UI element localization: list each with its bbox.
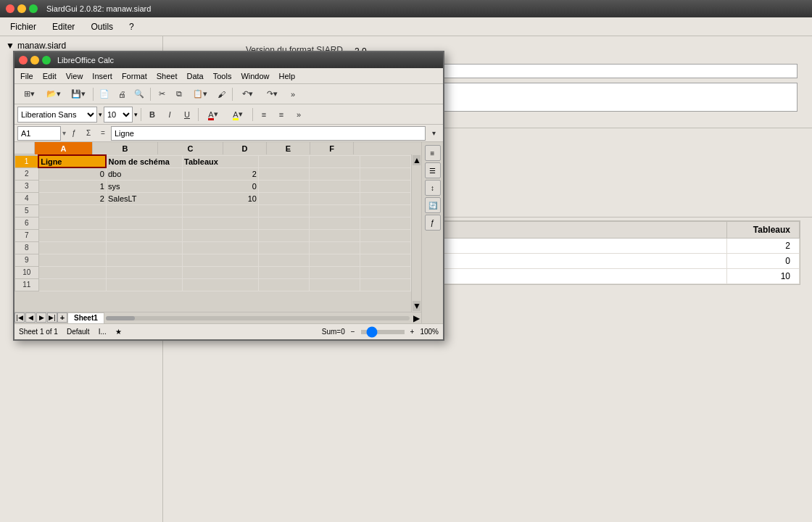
cell-a9[interactable] xyxy=(38,254,106,266)
properties-button[interactable]: ☰ xyxy=(425,162,441,178)
cell-b6[interactable] xyxy=(106,217,182,229)
cell-a2[interactable]: 0 xyxy=(38,167,106,180)
cell-c9[interactable] xyxy=(182,254,258,266)
format-button[interactable]: 🖌 xyxy=(213,86,229,102)
last-sheet-button[interactable]: ▶| xyxy=(47,312,57,323)
cell-c10[interactable] xyxy=(182,266,258,278)
calc-minimize-button[interactable] xyxy=(30,56,39,65)
h-scroll-thumb[interactable] xyxy=(106,316,135,320)
cell-c8[interactable] xyxy=(182,241,258,254)
menu-outils[interactable]: Outils xyxy=(83,20,120,34)
cell-a5[interactable] xyxy=(38,204,106,217)
cell-d9[interactable] xyxy=(258,254,309,266)
save-button[interactable]: 💾▾ xyxy=(67,86,90,102)
maximize-button[interactable] xyxy=(29,4,38,13)
size-selector[interactable]: 10 xyxy=(104,107,133,123)
calc-menu-file[interactable]: File xyxy=(16,70,38,82)
more-button[interactable]: » xyxy=(285,86,301,102)
underline-button[interactable]: U xyxy=(179,107,195,123)
cell-a4[interactable]: 2 xyxy=(38,192,106,204)
col-header-c[interactable]: C xyxy=(158,142,223,154)
cell-b5[interactable] xyxy=(106,204,182,217)
cell-e9[interactable] xyxy=(309,254,360,266)
cell-f3[interactable] xyxy=(360,180,410,192)
cell-a10[interactable] xyxy=(38,266,106,278)
cell-b7[interactable] xyxy=(106,229,182,241)
styles-button[interactable]: ↕ xyxy=(425,180,441,196)
col-header-a[interactable]: A xyxy=(35,142,93,154)
cell-f1[interactable] xyxy=(360,155,410,167)
align-center-button[interactable]: ≡ xyxy=(273,107,289,123)
menu-editer[interactable]: Editer xyxy=(45,20,82,34)
calc-menu-tools[interactable]: Tools xyxy=(209,70,236,82)
cell-c5[interactable] xyxy=(182,204,258,217)
cell-e3[interactable] xyxy=(309,180,360,192)
cell-b4[interactable]: SalesLT xyxy=(106,192,182,204)
cell-b8[interactable] xyxy=(106,241,182,254)
cell-f11[interactable] xyxy=(360,278,410,291)
sheet-tab-1[interactable]: Sheet1 xyxy=(67,312,104,323)
calc-menu-data[interactable]: Data xyxy=(182,70,207,82)
bold-button[interactable]: B xyxy=(144,107,160,123)
cut-button[interactable]: ✂ xyxy=(154,86,170,102)
cell-f5[interactable] xyxy=(360,204,410,217)
cell-d3[interactable] xyxy=(258,180,309,192)
plus-zoom[interactable]: + xyxy=(410,328,415,336)
cell-b9[interactable] xyxy=(106,254,182,266)
cell-a8[interactable] xyxy=(38,241,106,254)
cell-e10[interactable] xyxy=(309,266,360,278)
cell-b2[interactable]: dbo xyxy=(106,167,182,180)
cell-d10[interactable] xyxy=(258,266,309,278)
more-format-button[interactable]: » xyxy=(291,107,307,123)
print-button[interactable]: 🖨 xyxy=(114,86,130,102)
undo-button[interactable]: ↶▾ xyxy=(236,86,259,102)
cell-d5[interactable] xyxy=(258,204,309,217)
cell-f10[interactable] xyxy=(360,266,410,278)
close-button[interactable] xyxy=(6,4,14,13)
first-sheet-button[interactable]: |◀ xyxy=(14,312,25,323)
cell-e7[interactable] xyxy=(309,229,360,241)
redo-button[interactable]: ↷▾ xyxy=(260,86,283,102)
col-header-f[interactable]: F xyxy=(310,142,354,154)
horizontal-scrollbar[interactable] xyxy=(104,312,411,323)
calc-maximize-button[interactable] xyxy=(42,56,51,65)
calc-menu-sheet[interactable]: Sheet xyxy=(152,70,182,82)
col-header-d[interactable]: D xyxy=(223,142,267,154)
copy-button[interactable]: ⧉ xyxy=(171,86,187,102)
scroll-track[interactable] xyxy=(412,166,421,300)
cell-f2[interactable] xyxy=(360,167,410,180)
calc-menu-help[interactable]: Help xyxy=(275,70,300,82)
new-doc-button[interactable]: ⊞▾ xyxy=(17,86,41,102)
menu-fichier[interactable]: Fichier xyxy=(3,20,44,34)
cell-e5[interactable] xyxy=(309,204,360,217)
cell-f6[interactable] xyxy=(360,217,410,229)
cell-a7[interactable] xyxy=(38,229,106,241)
cell-d6[interactable] xyxy=(258,217,309,229)
highlight-button[interactable]: A▾ xyxy=(226,107,249,123)
sum-button[interactable]: Σ xyxy=(82,127,95,140)
formula-equals-button[interactable]: = xyxy=(96,127,109,140)
cell-d1[interactable] xyxy=(258,155,309,167)
vertical-scrollbar[interactable]: ▲ ▼ xyxy=(411,154,421,312)
h-scroll-track[interactable] xyxy=(106,316,410,320)
cell-d7[interactable] xyxy=(258,229,309,241)
cell-d2[interactable] xyxy=(258,167,309,180)
function-wizard-button[interactable]: ƒ xyxy=(67,127,80,140)
cell-e4[interactable] xyxy=(309,192,360,204)
font-selector[interactable]: Liberation Sans xyxy=(17,107,97,123)
cell-f7[interactable] xyxy=(360,229,410,241)
minus-zoom[interactable]: − xyxy=(351,328,355,336)
cell-d11[interactable] xyxy=(258,278,309,291)
calc-menu-window[interactable]: Window xyxy=(236,70,273,82)
cell-e11[interactable] xyxy=(309,278,360,291)
calc-menu-insert[interactable]: Insert xyxy=(88,70,117,82)
cell-a6[interactable] xyxy=(38,217,106,229)
align-left-button[interactable]: ≡ xyxy=(256,107,272,123)
cell-e8[interactable] xyxy=(309,241,360,254)
cell-c1[interactable]: Tableaux xyxy=(182,155,258,167)
formula-input[interactable] xyxy=(111,126,426,141)
col-header-b[interactable]: B xyxy=(93,142,158,154)
cell-a3[interactable]: 1 xyxy=(38,180,106,192)
cell-e2[interactable] xyxy=(309,167,360,180)
calc-menu-view[interactable]: View xyxy=(62,70,88,82)
